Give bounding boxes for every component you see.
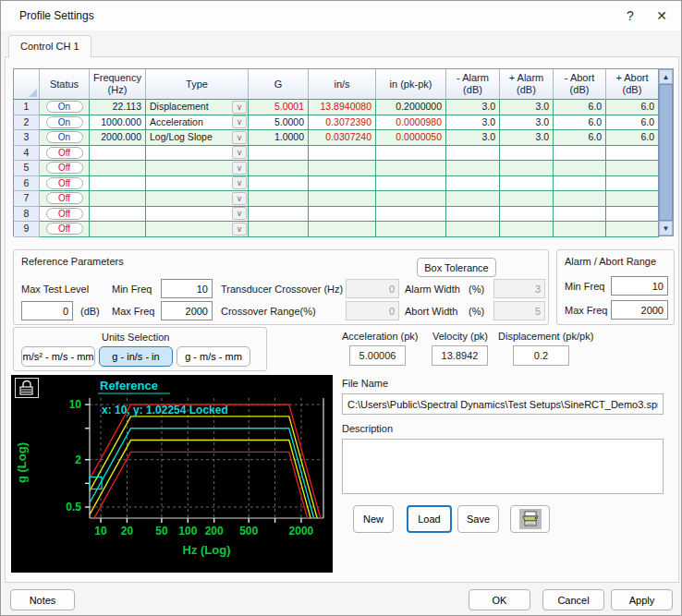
table-scrollbar[interactable]: ▲ ▼ [658,69,673,236]
lock-icon[interactable] [15,378,39,398]
g-cell[interactable] [249,161,309,176]
in-per-s-cell[interactable] [309,176,376,192]
plus-abort-cell[interactable] [606,176,659,192]
plus-abort-cell[interactable]: 6.0 [606,115,659,131]
g-cell[interactable] [249,146,309,162]
plus-abort-cell[interactable] [606,207,659,223]
notes-button[interactable]: Notes [10,589,75,610]
g-cell[interactable]: 5.0001 [249,100,309,115]
status-toggle-button[interactable]: Off [46,147,83,159]
type-cell[interactable]: Acceleration∨ [146,115,249,131]
type-cell[interactable]: Log/Log Slope∨ [146,130,249,146]
minus-abort-cell[interactable] [554,161,606,176]
description-textarea[interactable] [342,439,664,494]
help-icon[interactable]: ? [616,5,644,27]
g-cell[interactable]: 1.0000 [249,130,309,146]
col-header-alarm-db[interactable]: + Alarm (dB) [500,69,554,100]
type-cell[interactable]: ∨ [146,191,249,207]
chevron-down-icon[interactable]: ∨ [232,176,247,189]
chevron-down-icon[interactable]: ∨ [232,101,247,114]
g-cell[interactable]: 5.0000 [249,115,309,131]
plus-alarm-cell[interactable]: 3.0 [500,130,554,146]
in-pkpk-cell[interactable]: 0.0000980 [376,115,446,131]
col-header-status[interactable]: Status [40,69,90,100]
minus-abort-cell[interactable] [554,207,606,223]
box-tolerance-button[interactable]: Box Tolerance [417,258,496,277]
status-toggle-button[interactable]: Off [46,223,83,235]
chevron-down-icon[interactable]: ∨ [232,131,247,144]
frequency-cell[interactable]: 22.113 [90,100,146,115]
in-per-s-cell[interactable] [309,191,376,207]
plus-alarm-cell[interactable] [500,207,554,223]
row-number[interactable]: 7 [14,191,40,207]
status-toggle-button[interactable]: On [46,101,83,113]
ok-button[interactable]: OK [469,589,530,610]
in-pkpk-cell[interactable] [376,207,446,223]
close-icon[interactable]: ✕ [648,5,676,27]
minus-abort-cell[interactable] [554,146,606,162]
plus-alarm-cell[interactable] [500,222,554,237]
plus-abort-cell[interactable]: 6.0 [606,130,659,146]
minus-alarm-cell[interactable] [446,222,500,237]
type-cell[interactable]: Displacement∨ [146,100,249,115]
in-pkpk-cell[interactable] [376,176,446,192]
g-cell[interactable] [249,222,309,237]
in-pkpk-cell[interactable]: 0.0000050 [376,130,446,146]
status-toggle-button[interactable]: Off [46,177,83,189]
scroll-down-icon[interactable]: ▼ [659,221,673,236]
plus-alarm-cell[interactable] [500,161,554,176]
col-header-abort-db[interactable]: + Abort (dB) [606,69,659,100]
chevron-down-icon[interactable]: ∨ [232,192,247,205]
col-header-frequency-hz[interactable]: Frequency (Hz) [90,69,146,100]
minus-alarm-cell[interactable] [446,161,500,176]
in-pkpk-cell[interactable] [376,146,446,162]
plus-alarm-cell[interactable] [500,146,554,162]
minus-alarm-cell[interactable] [446,176,500,192]
minus-abort-cell[interactable]: 6.0 [554,130,606,146]
new-button[interactable]: New [353,505,394,533]
plus-abort-cell[interactable] [606,222,659,237]
in-pkpk-cell[interactable] [376,222,446,237]
in-per-s-cell[interactable] [309,146,376,162]
status-toggle-button[interactable]: On [46,131,83,143]
units-option-ms2-ms-mm[interactable]: m/s² - m/s - mm [21,346,95,367]
g-cell[interactable] [249,191,309,207]
in-per-s-cell[interactable]: 0.0307240 [309,130,376,146]
frequency-cell[interactable] [90,161,146,176]
frequency-cell[interactable] [90,222,146,237]
cancel-button[interactable]: Cancel [542,589,604,610]
scroll-up-icon[interactable]: ▲ [659,69,673,84]
minus-abort-cell[interactable] [554,191,606,207]
profile-chart[interactable]: 10205010020050020001020.5x: 10, y: 1.022… [11,375,333,573]
g-cell[interactable] [249,176,309,192]
row-number[interactable]: 6 [14,176,40,192]
type-cell[interactable]: ∨ [146,207,249,223]
chevron-down-icon[interactable]: ∨ [232,207,247,220]
scroll-thumb[interactable] [659,84,673,221]
print-button[interactable] [510,505,550,533]
minus-abort-cell[interactable] [554,222,606,237]
g-cell[interactable] [249,207,309,223]
row-number[interactable]: 2 [14,115,40,131]
plus-alarm-cell[interactable] [500,191,554,207]
plus-alarm-cell[interactable] [500,176,554,192]
col-header-abort-db[interactable]: - Abort (dB) [554,69,606,100]
plus-abort-cell[interactable] [606,146,659,162]
type-cell[interactable]: ∨ [146,146,249,162]
minus-alarm-cell[interactable]: 3.0 [446,100,500,115]
in-pkpk-cell[interactable] [376,161,446,176]
plus-abort-cell[interactable] [606,161,659,176]
plus-abort-cell[interactable] [606,191,659,207]
range-min-freq-input[interactable] [611,276,668,296]
minus-abort-cell[interactable] [554,176,606,192]
units-option-g-ins-in[interactable]: g - in/s - in [99,346,173,367]
row-number[interactable]: 8 [14,207,40,223]
in-per-s-cell[interactable]: 0.3072390 [309,115,376,131]
chevron-down-icon[interactable]: ∨ [232,162,247,175]
in-per-s-cell[interactable] [309,207,376,223]
col-header-g[interactable]: G [249,69,309,100]
chevron-down-icon[interactable]: ∨ [232,223,247,236]
row-number[interactable]: 4 [14,146,40,162]
file-name-input[interactable] [342,393,664,415]
type-cell[interactable]: ∨ [146,161,249,176]
